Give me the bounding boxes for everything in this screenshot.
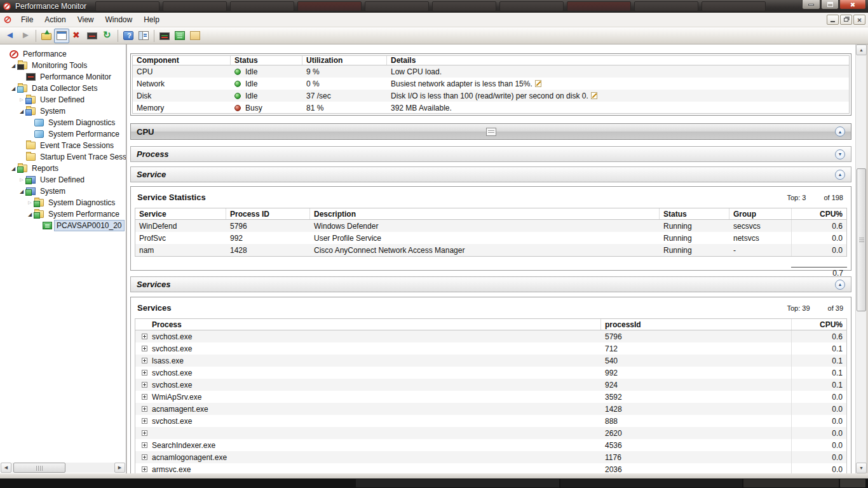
expand-row-icon[interactable]: [142, 382, 147, 388]
services-row-svchost-exe[interactable]: svchost.exe8880.0: [135, 415, 846, 427]
notes-button[interactable]: [187, 29, 203, 43]
stats-col-cpu[interactable]: CPU%: [792, 208, 846, 219]
tree-item-system-diagnostics[interactable]: System Diagnostics: [0, 117, 126, 128]
expand-row-icon[interactable]: [142, 466, 147, 472]
taskbar-window-button[interactable]: [163, 1, 227, 11]
scroll-up-button[interactable]: ▲: [856, 44, 867, 55]
overview-col-details[interactable]: Details: [387, 56, 849, 65]
services-col-processid[interactable]: processId: [601, 319, 792, 330]
expand-row-icon[interactable]: [142, 346, 147, 351]
screen-button[interactable]: [85, 29, 100, 43]
stats-col-group[interactable]: Group: [729, 208, 792, 219]
taskbar-window-button[interactable]: [432, 1, 496, 11]
scroll-down-button[interactable]: ▼: [856, 463, 867, 473]
collapse-arrow-icon[interactable]: ◢: [18, 189, 25, 194]
scroll-left-button[interactable]: ◀: [1, 463, 11, 473]
taskbar-window-button[interactable]: [634, 1, 698, 11]
note-link-icon[interactable]: [535, 80, 541, 87]
expand-arrow-icon[interactable]: ▷: [18, 97, 25, 102]
expand-row-icon[interactable]: [142, 334, 147, 339]
section-menu-icon[interactable]: [486, 128, 496, 136]
expand-row-icon[interactable]: [142, 358, 147, 363]
menu-file[interactable]: File: [15, 13, 39, 27]
expand-row-icon[interactable]: [142, 430, 147, 436]
help-button[interactable]: [121, 29, 136, 43]
taskbar-window-button[interactable]: [702, 1, 766, 11]
forward-button[interactable]: [18, 29, 33, 43]
vertical-scroll-thumb[interactable]: [857, 168, 866, 311]
services-col-process[interactable]: Process: [135, 319, 601, 330]
menu-window[interactable]: Window: [100, 13, 139, 27]
expand-row-icon[interactable]: [142, 370, 147, 376]
maximize-button[interactable]: [821, 0, 839, 10]
stats-col-status[interactable]: Status: [660, 208, 729, 219]
tree-item-performance-monitor[interactable]: Performance Monitor: [0, 71, 126, 83]
show-tree-button[interactable]: [136, 29, 151, 43]
performance-chart-button[interactable]: [157, 29, 172, 43]
services-row-searchindexer-exe[interactable]: SearchIndexer.exe45360.0: [135, 439, 846, 451]
stats-row-nam[interactable]: nam1428Cisco AnyConnect Network Access M…: [135, 244, 846, 256]
collapse-section-button[interactable]: [835, 126, 845, 137]
tree-item-system-performance[interactable]: System Performance: [0, 128, 126, 140]
tree-item-system-diagnostics[interactable]: ▷System Diagnostics: [0, 197, 126, 208]
menu-action[interactable]: Action: [39, 13, 71, 27]
overview-col-utilization[interactable]: Utilization: [302, 56, 387, 65]
taskbar-window-button[interactable]: [499, 1, 564, 11]
collapse-arrow-icon[interactable]: ◢: [18, 109, 25, 114]
scroll-right-button[interactable]: ▶: [114, 463, 125, 473]
services-row-2620[interactable]: 26200.0: [135, 427, 846, 439]
collapse-arrow-icon[interactable]: ◢: [10, 86, 17, 92]
mdi-close-button[interactable]: [853, 15, 865, 25]
close-button[interactable]: [839, 0, 866, 10]
refresh-button[interactable]: [100, 29, 115, 43]
delete-button[interactable]: [69, 29, 85, 43]
services-row-svchost-exe[interactable]: svchost.exe9920.1: [135, 367, 846, 379]
tree-item-user-defined[interactable]: ▷User Defined: [0, 94, 126, 105]
note-link-icon[interactable]: [591, 92, 597, 99]
tree-item-reports[interactable]: ◢Reports: [0, 163, 126, 174]
services-row-svchost-exe[interactable]: svchost.exe57960.6: [135, 330, 846, 342]
collapse-section-button[interactable]: [835, 280, 845, 290]
tree-item-system[interactable]: ◢System: [0, 186, 126, 197]
tree-item-system-performance[interactable]: ◢System Performance: [0, 208, 126, 220]
tree-item-user-defined[interactable]: ▷User Defined: [0, 174, 126, 186]
minimize-button[interactable]: [802, 0, 820, 10]
collapse-arrow-icon[interactable]: ◢: [10, 63, 17, 69]
expand-row-icon[interactable]: [142, 454, 147, 460]
services-row-svchost-exe[interactable]: svchost.exe9240.1: [135, 379, 846, 391]
stats-row-profsvc[interactable]: ProfSvc992User Profile ServiceRunningnet…: [135, 232, 846, 244]
tree-item-performance[interactable]: Performance: [0, 48, 126, 60]
collapse-section-button[interactable]: [835, 170, 845, 180]
stats-row-windefend[interactable]: WinDefend5796Windows DefenderRunningsecs…: [135, 220, 846, 232]
mdi-minimize-button[interactable]: [827, 15, 839, 25]
overview-col-component[interactable]: Component: [133, 56, 231, 65]
tree-item-pcavsap0010-20[interactable]: PCAVSAP0010_20: [0, 220, 126, 231]
menu-view[interactable]: View: [72, 13, 100, 27]
report-button[interactable]: [172, 29, 187, 43]
section-header-service[interactable]: Service: [130, 166, 851, 182]
section-header-cpu[interactable]: CPU: [130, 123, 851, 140]
stats-col-description[interactable]: Description: [310, 208, 660, 219]
expand-section-button[interactable]: [835, 149, 845, 159]
services-col-cpu[interactable]: CPU%: [792, 319, 846, 330]
tree-horizontal-scrollbar[interactable]: ◀ ▶: [1, 463, 125, 473]
section-header-process[interactable]: Process: [130, 146, 851, 162]
collapse-arrow-icon[interactable]: ◢: [26, 212, 34, 217]
report-vertical-scrollbar[interactable]: ▲ ▼: [855, 44, 866, 473]
taskbar-window-button[interactable]: [365, 1, 429, 11]
expand-arrow-icon[interactable]: ▷: [18, 177, 25, 182]
taskbar-window-button[interactable]: [95, 1, 159, 11]
services-row-lsass-exe[interactable]: lsass.exe5400.1: [135, 355, 846, 367]
services-row-acnamagent-exe[interactable]: acnamagent.exe14280.0: [135, 403, 846, 415]
services-row-wmiapsrv-exe[interactable]: WmiApSrv.exe35920.0: [135, 391, 846, 403]
tree-item-startup-event-trace-sess[interactable]: Startup Event Trace Sess: [0, 151, 126, 163]
expand-row-icon[interactable]: [142, 442, 147, 448]
taskbar-window-button[interactable]: [230, 1, 294, 11]
horizontal-scroll-track[interactable]: [11, 463, 114, 473]
section-header-services[interactable]: Services: [130, 276, 851, 292]
expand-arrow-icon[interactable]: ▷: [26, 200, 34, 205]
horizontal-scroll-thumb[interactable]: [13, 463, 65, 473]
expand-row-icon[interactable]: [142, 418, 147, 424]
tree-item-data-collector-sets[interactable]: ◢Data Collector Sets: [0, 83, 126, 94]
console-window-button[interactable]: [54, 29, 69, 43]
